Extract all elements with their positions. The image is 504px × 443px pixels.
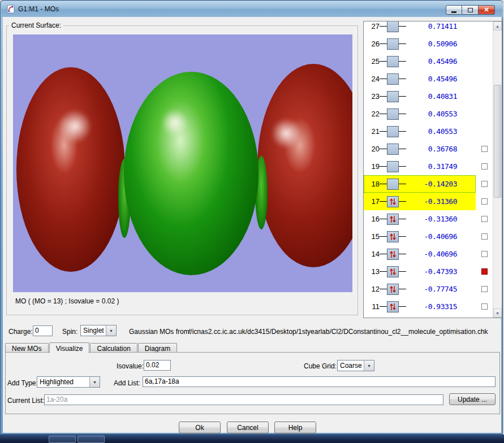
mo-row-main[interactable]: 15-0.40696	[364, 228, 476, 245]
orbital-occupancy-box[interactable]	[387, 284, 399, 295]
mo-row-main[interactable]: 200.36768	[364, 140, 476, 158]
orbital-occupancy-box[interactable]	[387, 161, 399, 172]
mo-row-main[interactable]: 13-0.47393	[364, 263, 476, 280]
scrollbar-thumb[interactable]	[494, 85, 501, 198]
mo-row-main[interactable]: 230.40831	[364, 88, 476, 105]
maximize-button[interactable]	[462, 5, 479, 15]
tab-visualize[interactable]: Visualize	[49, 342, 90, 353]
minimize-button[interactable]	[446, 5, 462, 15]
orbital-occupancy-box[interactable]	[387, 21, 399, 32]
mo-row-23[interactable]: 230.40831	[364, 88, 493, 105]
chevron-down-icon: ▼	[364, 361, 374, 371]
mo-row-24[interactable]: 240.45496	[364, 70, 493, 88]
mo-row-main[interactable]: 220.40553	[364, 105, 476, 123]
orbital-occupancy-box[interactable]	[387, 38, 399, 50]
mo-row-main[interactable]: 17-0.31360	[364, 193, 476, 210]
cancel-button[interactable]: Cancel	[227, 422, 269, 433]
mo-row-20[interactable]: 200.36768	[364, 140, 493, 158]
orbital-occupancy-box[interactable]	[387, 126, 399, 137]
charge-input[interactable]: 0	[33, 325, 53, 336]
energy-level-line	[380, 79, 387, 79]
mo-row-17[interactable]: 17-0.31360	[364, 193, 493, 210]
mo-energy-value: 0.71411	[406, 22, 457, 31]
orbital-occupancy-box[interactable]	[387, 179, 399, 190]
mo-row-main[interactable]: 12-0.77745	[364, 280, 476, 298]
isovalue-input[interactable]: 0.02	[144, 360, 171, 371]
tab-calculation[interactable]: Calculation	[90, 343, 137, 353]
mo-3d-viewport[interactable]	[13, 34, 352, 292]
orbital-occupancy-box[interactable]	[387, 56, 399, 67]
mo-row-main[interactable]: 250.45496	[364, 53, 476, 70]
mo-select-checkbox[interactable]	[481, 146, 488, 152]
mo-row-main[interactable]: 16-0.31360	[364, 210, 476, 228]
mo-row-main[interactable]: 270.71411	[364, 21, 476, 35]
mo-select-checkbox[interactable]	[481, 198, 488, 205]
mo-select-checkbox[interactable]	[481, 303, 488, 310]
mo-row-main[interactable]: 14-0.40696	[364, 245, 476, 263]
ok-button[interactable]: Ok	[179, 422, 221, 433]
mo-row-main[interactable]: 11-0.93315	[364, 298, 476, 315]
windows-taskbar[interactable]	[0, 435, 504, 443]
mo-select-checkbox[interactable]	[481, 181, 488, 187]
mo-list-scrollbar[interactable]: ▲ ▼	[493, 21, 502, 318]
add-type-select[interactable]: Highlighted ▼	[37, 376, 100, 388]
scroll-down-button[interactable]: ▼	[493, 309, 502, 318]
taskbar-button[interactable]	[77, 436, 105, 443]
orbital-occupancy-box[interactable]	[387, 249, 399, 260]
mo-row-14[interactable]: 14-0.40696	[364, 245, 493, 263]
spin-select[interactable]: Singlet ▼	[80, 325, 117, 336]
mo-row-25[interactable]: 250.45496	[364, 53, 493, 70]
mo-row-12[interactable]: 12-0.77745	[364, 280, 493, 298]
orbital-occupancy-box[interactable]	[387, 73, 399, 85]
tab-diagram[interactable]: Diagram	[138, 343, 177, 353]
orbital-occupancy-box[interactable]	[387, 144, 399, 155]
specular-highlight	[161, 109, 188, 136]
mo-row-main[interactable]: 210.40553	[364, 123, 476, 140]
orbital-occupancy-box[interactable]	[387, 214, 399, 225]
mo-select-checkbox[interactable]	[481, 233, 488, 240]
mo-row-16[interactable]: 16-0.31360	[364, 210, 493, 228]
current-list-input[interactable]: 1a-20a	[44, 394, 443, 405]
mo-row-13[interactable]: 13-0.47393	[364, 263, 493, 280]
mo-checkbox-slot	[476, 88, 493, 105]
mo-row-19[interactable]: 190.31749	[364, 158, 493, 175]
mo-number: 22	[367, 110, 380, 118]
scroll-up-button[interactable]: ▲	[493, 21, 502, 31]
spin-up-down-arrows-icon	[389, 302, 397, 311]
add-list-input[interactable]: 6a,17a-18a	[143, 376, 496, 387]
mo-select-checkbox[interactable]	[481, 216, 488, 222]
mo-row-11[interactable]: 11-0.93315	[364, 298, 493, 315]
close-button[interactable]: ✕	[479, 5, 495, 15]
orbital-occupancy-box[interactable]	[387, 301, 399, 312]
mo-checkbox-slot	[476, 21, 493, 35]
tab-new-mos[interactable]: New MOs	[5, 343, 49, 353]
mo-select-checkbox[interactable]	[481, 268, 488, 275]
mo-row-26[interactable]: 260.50906	[364, 35, 493, 53]
mo-row-main[interactable]: 190.31749	[364, 158, 476, 175]
energy-level-line	[380, 149, 387, 149]
mo-select-checkbox[interactable]	[481, 163, 488, 170]
mo-select-checkbox[interactable]	[481, 286, 488, 292]
mo-row-18[interactable]: 18-0.14203	[364, 175, 493, 193]
mo-row-main[interactable]: 260.50906	[364, 35, 476, 53]
titlebar[interactable]: G1:M1 - MOs ✕	[1, 1, 503, 17]
update-button[interactable]: Update ...	[449, 393, 496, 405]
orbital-occupancy-box[interactable]	[387, 196, 399, 207]
mo-select-checkbox[interactable]	[481, 251, 488, 257]
mo-row-main[interactable]: 240.45496	[364, 70, 476, 88]
mo-row-21[interactable]: 210.40553	[364, 123, 493, 140]
orbital-occupancy-box[interactable]	[387, 266, 399, 277]
mo-row-22[interactable]: 220.40553	[364, 105, 493, 123]
taskbar-button[interactable]	[49, 436, 76, 443]
mo-row-main[interactable]: 18-0.14203	[364, 175, 476, 193]
cube-grid-select[interactable]: Coarse ▼	[337, 360, 374, 371]
mo-number: 20	[367, 145, 380, 153]
orbital-occupancy-box[interactable]	[387, 231, 399, 242]
mo-row-15[interactable]: 15-0.40696	[364, 228, 493, 245]
orbital-occupancy-box[interactable]	[387, 108, 399, 120]
mo-rows-area[interactable]: 270.71411260.50906250.45496240.45496230.…	[364, 21, 493, 318]
energy-level-line	[399, 184, 406, 184]
orbital-occupancy-box[interactable]	[387, 91, 399, 102]
help-button[interactable]: Help	[274, 422, 316, 433]
mo-row-27[interactable]: 270.71411	[364, 21, 493, 35]
